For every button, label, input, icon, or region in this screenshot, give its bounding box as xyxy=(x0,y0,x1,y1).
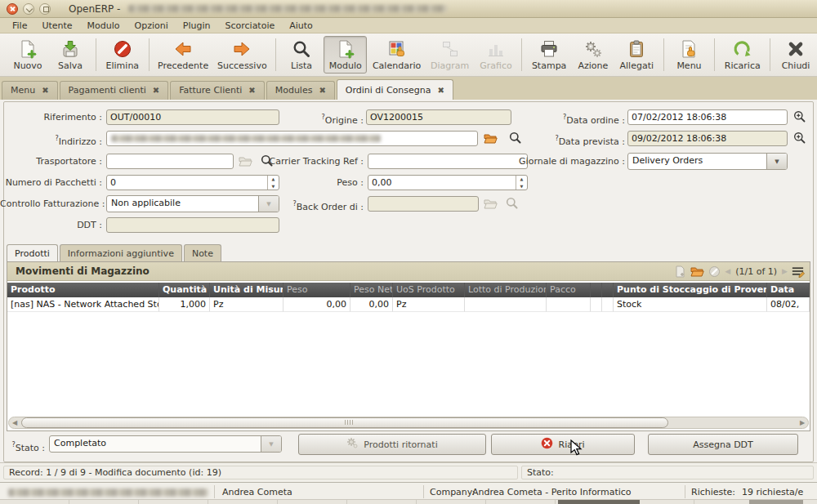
origine-field[interactable] xyxy=(366,109,511,125)
logged-user: Andrea Cometa xyxy=(222,487,292,497)
tab-modules[interactable]: Modules ✖ xyxy=(266,81,335,100)
column-header[interactable]: UoS Prodotto xyxy=(393,283,465,297)
column-header[interactable]: Prodotto xyxy=(7,283,159,297)
scrollbar-thumb[interactable] xyxy=(21,417,668,428)
open-resource-folder-icon[interactable] xyxy=(484,132,498,145)
numero-pacchetti-field[interactable] xyxy=(107,176,267,190)
window-maximize-button[interactable] xyxy=(39,3,51,15)
toolbar-label: Salva xyxy=(58,60,83,71)
prodotti-ritornati-button[interactable]: Prodotti ritornati xyxy=(298,434,486,455)
toolbar-label: Successivo xyxy=(217,60,267,71)
numero-pacchetti-spinner[interactable]: ▲▼ xyxy=(106,175,279,190)
assegna-ddt-button[interactable]: Assegna DDT xyxy=(648,434,798,455)
cell-uos-prodotto: Pz xyxy=(393,297,465,312)
bottombar: Andrea Cometa Company: Andrea Cometa - P… xyxy=(0,482,817,504)
riferimento-field[interactable] xyxy=(106,109,279,125)
column-header[interactable]: Peso xyxy=(283,283,350,297)
column-header[interactable]: Unità di Misura xyxy=(210,283,283,297)
tab-menu[interactable]: Menu ✖ xyxy=(2,81,58,100)
tab-close-icon[interactable]: ✖ xyxy=(437,87,444,95)
tab-pagamenti-clienti[interactable]: Pagamenti clienti ✖ xyxy=(60,81,169,100)
column-header[interactable] xyxy=(602,283,614,297)
toolbar-button-precedente[interactable]: Precedente xyxy=(154,37,212,73)
graph-icon xyxy=(486,38,506,60)
column-header[interactable] xyxy=(591,283,602,297)
toolbar-button-modulo[interactable]: Modulo xyxy=(324,36,367,74)
ddt-field[interactable] xyxy=(106,217,279,233)
toolbar-button-nuovo[interactable]: Nuovo xyxy=(7,37,48,73)
movements-table-header: Prodotto Quantità Unità di Misura Peso P… xyxy=(7,283,810,297)
toolbar-button-azione[interactable]: Azione xyxy=(573,37,614,73)
toolbar-button-salva[interactable]: Salva xyxy=(50,37,91,73)
scrollbar-grip xyxy=(345,420,353,425)
search-record-icon[interactable] xyxy=(508,132,522,145)
spinner-arrows[interactable]: ▲▼ xyxy=(516,176,527,190)
tab-close-icon[interactable]: ✖ xyxy=(319,87,325,95)
movements-pager: ◀ (1/1 of 1) ▶ xyxy=(673,265,805,278)
data-prevista-field[interactable] xyxy=(627,131,788,146)
menu-modulo[interactable]: Modulo xyxy=(80,20,127,32)
dropdown-arrow-icon[interactable]: ▼ xyxy=(766,154,787,169)
calendar-icon xyxy=(387,38,407,60)
column-header[interactable]: Peso Netto xyxy=(350,283,393,297)
toolbar-button-elimina[interactable]: Elimina xyxy=(101,37,144,73)
data-ordine-field[interactable] xyxy=(627,109,788,125)
tab-fatture-clienti[interactable]: Fatture Clienti ✖ xyxy=(170,81,265,100)
switch-view-icon[interactable] xyxy=(791,265,805,278)
tab-note[interactable]: Note xyxy=(184,244,221,262)
tab-close-icon[interactable]: ✖ xyxy=(248,87,255,95)
toolbar-button-lista[interactable]: Lista xyxy=(281,37,322,73)
tab-close-icon[interactable]: ✖ xyxy=(153,87,159,95)
toolbar-button-successivo[interactable]: Successivo xyxy=(214,37,271,73)
menu-plugin[interactable]: Plugin xyxy=(176,20,218,32)
column-header[interactable]: Data xyxy=(767,283,810,297)
menu-opzioni[interactable]: Opzioni xyxy=(127,20,176,32)
menu-file[interactable]: File xyxy=(5,20,34,32)
toolbar-label: Stampa xyxy=(532,60,566,71)
tab-close-icon[interactable]: ✖ xyxy=(42,87,48,95)
cell-empty xyxy=(602,297,614,312)
toolbar-button-ricarica[interactable]: Ricarica xyxy=(720,37,765,73)
view-tabstrip: Menu ✖ Pagamenti clienti ✖ Fatture Clien… xyxy=(0,77,817,100)
trasportatore-field[interactable] xyxy=(106,154,234,169)
open-line-folder-icon[interactable] xyxy=(690,265,704,278)
delete-icon xyxy=(113,38,132,60)
toolbar-button-calendario[interactable]: Calendario xyxy=(368,37,424,73)
date-picker-zoom-icon[interactable] xyxy=(792,132,806,145)
column-header[interactable]: Quantità xyxy=(159,283,210,297)
scroll-right-icon[interactable]: ▶ xyxy=(797,419,808,426)
menu-scorciatoie[interactable]: Scorciatoie xyxy=(217,20,282,32)
column-header[interactable]: Pacco xyxy=(547,283,591,297)
peso-spinner[interactable]: ▲▼ xyxy=(368,175,528,190)
window-close-button[interactable] xyxy=(7,3,18,15)
requests-value[interactable]: 19 richiesta/e xyxy=(742,487,803,497)
menu-utente[interactable]: Utente xyxy=(34,20,79,32)
horizontal-scrollbar[interactable]: ◀ ▶ xyxy=(8,417,809,429)
controllo-fatturazione-combo[interactable]: Non applicabile ▼ xyxy=(106,195,279,212)
column-header[interactable]: Punto di Stoccaggio di Provenienza xyxy=(614,283,767,297)
menu-aiuto[interactable]: Aiuto xyxy=(282,20,320,32)
tab-prodotti[interactable]: Prodotti xyxy=(7,244,58,262)
origine-label: ?Origine : xyxy=(282,109,364,128)
table-row[interactable]: [nas] NAS - Network Attached Storage 1,0… xyxy=(7,297,810,312)
menu-document-icon xyxy=(679,38,699,60)
toolbar-button-menu[interactable]: Menu xyxy=(668,37,709,73)
scroll-left-icon[interactable]: ◀ xyxy=(9,419,20,426)
bottom-strip xyxy=(0,499,817,504)
toolbar-button-stampa[interactable]: Stampa xyxy=(527,37,571,73)
peso-field[interactable] xyxy=(368,176,516,190)
giornale-magazzino-combo[interactable]: Delivery Orders ▼ xyxy=(627,153,788,170)
stato-status: Stato: xyxy=(521,466,814,479)
titlebar: OpenERP - xyxy=(0,0,817,18)
date-picker-zoom-icon[interactable] xyxy=(792,110,806,123)
window-minimize-button[interactable] xyxy=(23,3,34,15)
riapri-button[interactable]: Riapri xyxy=(491,434,635,455)
toolbar-button-allegati[interactable]: Allegati xyxy=(615,37,659,73)
toolbar-button-chiudi[interactable]: Chiudi xyxy=(775,37,816,73)
stato-combo[interactable]: Completato ▼ xyxy=(49,435,282,453)
column-header[interactable]: Lotto di Produzione xyxy=(465,283,547,297)
toolbar-button-diagram: Diagram xyxy=(426,37,474,73)
back-order-field[interactable] xyxy=(368,196,479,212)
tab-ordini-di-consegna[interactable]: Ordini di Consegna ✖ xyxy=(337,79,453,100)
tab-informazioni-aggiuntive[interactable]: Informazioni aggiuntive xyxy=(60,244,182,262)
